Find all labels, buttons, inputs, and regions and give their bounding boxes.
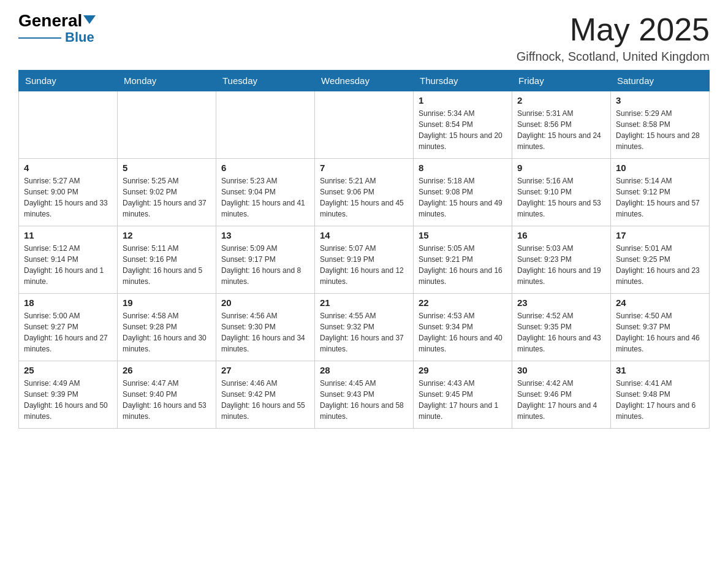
logo-general-text: General <box>18 12 82 29</box>
table-row: 23Sunrise: 4:52 AMSunset: 9:35 PMDayligh… <box>512 294 611 361</box>
location-text: Giffnock, Scotland, United Kingdom <box>517 50 710 64</box>
day-number: 10 <box>616 163 704 173</box>
day-info: Sunrise: 4:47 AMSunset: 9:40 PMDaylight:… <box>123 378 211 422</box>
day-number: 25 <box>24 365 112 375</box>
table-row: 25Sunrise: 4:49 AMSunset: 9:39 PMDayligh… <box>19 361 118 429</box>
table-row: 11Sunrise: 5:12 AMSunset: 9:14 PMDayligh… <box>19 226 118 294</box>
day-number: 27 <box>221 365 309 375</box>
table-row: 12Sunrise: 5:11 AMSunset: 9:16 PMDayligh… <box>118 226 216 294</box>
day-info: Sunrise: 4:41 AMSunset: 9:48 PMDaylight:… <box>616 378 704 422</box>
day-info: Sunrise: 4:55 AMSunset: 9:32 PMDaylight:… <box>320 310 408 354</box>
day-info: Sunrise: 5:07 AMSunset: 9:19 PMDaylight:… <box>320 243 408 287</box>
logo-line <box>18 37 61 39</box>
day-info: Sunrise: 4:45 AMSunset: 9:43 PMDaylight:… <box>320 378 408 422</box>
day-info: Sunrise: 4:53 AMSunset: 9:34 PMDaylight:… <box>419 310 507 354</box>
calendar-week-row: 25Sunrise: 4:49 AMSunset: 9:39 PMDayligh… <box>19 361 710 429</box>
table-row <box>216 91 315 159</box>
day-number: 23 <box>517 297 605 308</box>
table-row: 29Sunrise: 4:43 AMSunset: 9:45 PMDayligh… <box>414 361 512 429</box>
day-info: Sunrise: 5:21 AMSunset: 9:06 PMDaylight:… <box>320 175 408 220</box>
day-number: 9 <box>517 163 605 173</box>
table-row <box>19 91 118 159</box>
calendar-week-row: 4Sunrise: 5:27 AMSunset: 9:00 PMDaylight… <box>19 159 710 226</box>
day-info: Sunrise: 5:16 AMSunset: 9:10 PMDaylight:… <box>517 175 605 220</box>
day-number: 12 <box>123 230 211 240</box>
table-row: 27Sunrise: 4:46 AMSunset: 9:42 PMDayligh… <box>216 361 315 429</box>
day-number: 8 <box>419 163 507 173</box>
day-number: 3 <box>616 95 704 105</box>
table-row: 8Sunrise: 5:18 AMSunset: 9:08 PMDaylight… <box>414 159 512 226</box>
day-info: Sunrise: 5:03 AMSunset: 9:23 PMDaylight:… <box>517 243 605 287</box>
day-number: 26 <box>123 365 211 375</box>
day-number: 21 <box>320 297 408 308</box>
day-info: Sunrise: 5:09 AMSunset: 9:17 PMDaylight:… <box>221 243 309 287</box>
table-row: 19Sunrise: 4:58 AMSunset: 9:28 PMDayligh… <box>118 294 216 361</box>
day-info: Sunrise: 5:01 AMSunset: 9:25 PMDaylight:… <box>616 243 704 287</box>
table-row: 6Sunrise: 5:23 AMSunset: 9:04 PMDaylight… <box>216 159 315 226</box>
day-info: Sunrise: 5:23 AMSunset: 9:04 PMDaylight:… <box>221 175 309 220</box>
calendar-header-row: Sunday Monday Tuesday Wednesday Thursday… <box>19 71 710 91</box>
calendar-week-row: 18Sunrise: 5:00 AMSunset: 9:27 PMDayligh… <box>19 294 710 361</box>
table-row: 18Sunrise: 5:00 AMSunset: 9:27 PMDayligh… <box>19 294 118 361</box>
day-number: 18 <box>24 297 112 308</box>
day-info: Sunrise: 4:50 AMSunset: 9:37 PMDaylight:… <box>616 310 704 354</box>
table-row: 21Sunrise: 4:55 AMSunset: 9:32 PMDayligh… <box>315 294 414 361</box>
table-row: 30Sunrise: 4:42 AMSunset: 9:46 PMDayligh… <box>512 361 611 429</box>
table-row: 3Sunrise: 5:29 AMSunset: 8:58 PMDaylight… <box>611 91 710 159</box>
table-row: 22Sunrise: 4:53 AMSunset: 9:34 PMDayligh… <box>414 294 512 361</box>
day-number: 5 <box>123 163 211 173</box>
day-number: 13 <box>221 230 309 240</box>
day-info: Sunrise: 4:43 AMSunset: 9:45 PMDaylight:… <box>419 378 507 422</box>
day-number: 16 <box>517 230 605 240</box>
day-info: Sunrise: 4:42 AMSunset: 9:46 PMDaylight:… <box>517 378 605 422</box>
col-sunday: Sunday <box>19 71 118 91</box>
table-row: 28Sunrise: 4:45 AMSunset: 9:43 PMDayligh… <box>315 361 414 429</box>
day-number: 29 <box>419 365 507 375</box>
table-row: 17Sunrise: 5:01 AMSunset: 9:25 PMDayligh… <box>611 226 710 294</box>
col-friday: Friday <box>512 71 611 91</box>
day-number: 11 <box>24 230 112 240</box>
col-saturday: Saturday <box>611 71 710 91</box>
day-info: Sunrise: 5:14 AMSunset: 9:12 PMDaylight:… <box>616 175 704 220</box>
day-info: Sunrise: 4:56 AMSunset: 9:30 PMDaylight:… <box>221 310 309 354</box>
day-info: Sunrise: 4:49 AMSunset: 9:39 PMDaylight:… <box>24 378 112 422</box>
day-info: Sunrise: 5:25 AMSunset: 9:02 PMDaylight:… <box>123 175 211 220</box>
day-info: Sunrise: 5:11 AMSunset: 9:16 PMDaylight:… <box>123 243 211 287</box>
calendar-week-row: 11Sunrise: 5:12 AMSunset: 9:14 PMDayligh… <box>19 226 710 294</box>
day-info: Sunrise: 4:46 AMSunset: 9:42 PMDaylight:… <box>221 378 309 422</box>
day-info: Sunrise: 5:29 AMSunset: 8:58 PMDaylight:… <box>616 108 704 152</box>
day-number: 28 <box>320 365 408 375</box>
day-number: 15 <box>419 230 507 240</box>
table-row: 9Sunrise: 5:16 AMSunset: 9:10 PMDaylight… <box>512 159 611 226</box>
calendar-week-row: 1Sunrise: 5:34 AMSunset: 8:54 PMDaylight… <box>19 91 710 159</box>
table-row: 2Sunrise: 5:31 AMSunset: 8:56 PMDaylight… <box>512 91 611 159</box>
day-info: Sunrise: 4:58 AMSunset: 9:28 PMDaylight:… <box>123 310 211 354</box>
table-row: 14Sunrise: 5:07 AMSunset: 9:19 PMDayligh… <box>315 226 414 294</box>
table-row: 13Sunrise: 5:09 AMSunset: 9:17 PMDayligh… <box>216 226 315 294</box>
title-section: May 2025 Giffnock, Scotland, United King… <box>517 12 710 64</box>
day-number: 6 <box>221 163 309 173</box>
table-row: 20Sunrise: 4:56 AMSunset: 9:30 PMDayligh… <box>216 294 315 361</box>
day-number: 4 <box>24 163 112 173</box>
logo-triangle-icon <box>83 15 96 24</box>
month-title: May 2025 <box>517 12 710 47</box>
day-info: Sunrise: 4:52 AMSunset: 9:35 PMDaylight:… <box>517 310 605 354</box>
table-row: 26Sunrise: 4:47 AMSunset: 9:40 PMDayligh… <box>118 361 216 429</box>
day-number: 19 <box>123 297 211 308</box>
day-number: 7 <box>320 163 408 173</box>
day-number: 1 <box>419 95 507 105</box>
day-info: Sunrise: 5:12 AMSunset: 9:14 PMDaylight:… <box>24 243 112 287</box>
col-wednesday: Wednesday <box>315 71 414 91</box>
day-info: Sunrise: 5:31 AMSunset: 8:56 PMDaylight:… <box>517 108 605 152</box>
day-info: Sunrise: 5:34 AMSunset: 8:54 PMDaylight:… <box>419 108 507 152</box>
day-number: 31 <box>616 365 704 375</box>
day-info: Sunrise: 5:05 AMSunset: 9:21 PMDaylight:… <box>419 243 507 287</box>
logo: General Blue <box>18 12 96 44</box>
col-thursday: Thursday <box>414 71 512 91</box>
table-row <box>315 91 414 159</box>
table-row: 16Sunrise: 5:03 AMSunset: 9:23 PMDayligh… <box>512 226 611 294</box>
table-row <box>118 91 216 159</box>
day-number: 22 <box>419 297 507 308</box>
day-info: Sunrise: 5:00 AMSunset: 9:27 PMDaylight:… <box>24 310 112 354</box>
table-row: 4Sunrise: 5:27 AMSunset: 9:00 PMDaylight… <box>19 159 118 226</box>
